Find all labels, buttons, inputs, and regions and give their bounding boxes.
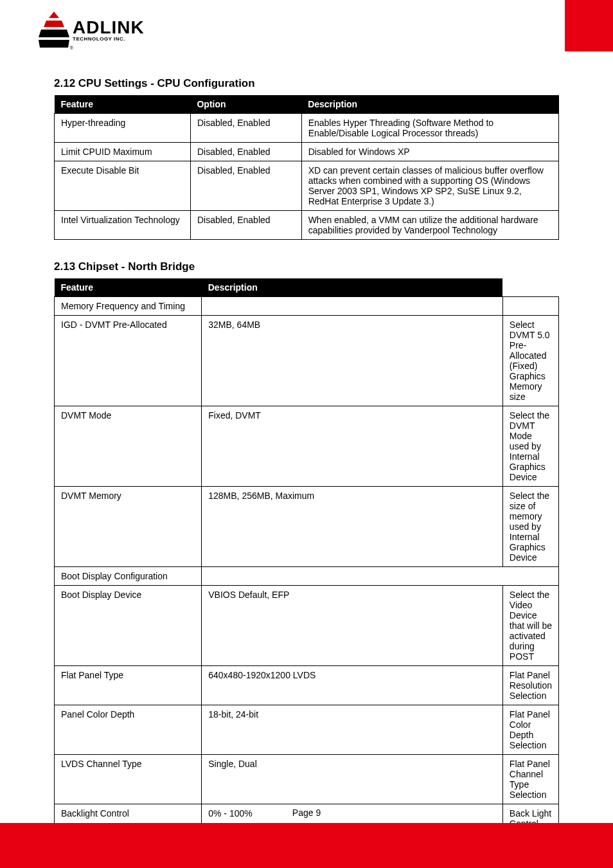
table-cell: DVMT Memory [55,487,202,567]
table-cell: Enables Hyper Threading (Software Method… [301,114,558,143]
table-cell: Flat Panel Resolution Selection [502,666,558,705]
table-cell: Boot Display Device [55,586,202,666]
svg-marker-0 [49,12,59,18]
registered-mark: ® [70,46,73,50]
table-cell: VBIOS Default, EFP [202,586,503,666]
table-header: Description [202,278,503,297]
svg-marker-1 [44,21,64,27]
table-cell: LVDS Channel Type [55,755,202,804]
table-cell: Disabled, Enabled [190,143,301,161]
table-cell: Panel Color Depth [55,705,202,755]
table-header: Option [190,95,301,114]
svg-marker-3 [39,40,69,48]
table-cell: Execute Disable Bit [55,161,191,211]
table-header: Feature [55,278,202,297]
table-header: Feature [55,95,191,114]
table-cell: Disabled for Windows XP [301,143,558,161]
page-number: Page 9 [0,808,613,818]
table-cell: 18-bit, 24-bit [202,705,503,755]
logo: ® ADLINK TECHNOLOGY INC. [39,12,145,49]
section-title-chipset: 2.13 Chipset - North Bridge [54,260,559,273]
svg-marker-2 [39,30,69,37]
table-cell: IGD - DVMT Pre-Allocated [55,316,202,406]
table-cell: 32MB, 64MB [202,316,503,406]
northbridge-table: Feature Description Memory Frequency and… [54,278,559,844]
table-cell: Memory Frequency and Timing [55,297,202,316]
table-cell: Intel Virtualization Technology [55,211,191,240]
table-cell: Select the DVMT Mode used by Internal Gr… [502,406,558,487]
table-cell: XD can prevent certain classes of malici… [301,161,558,211]
table-cell: Disabled, Enabled [190,161,301,211]
logo-brand: ADLINK [73,19,145,37]
table-header: Description [301,95,558,114]
table-cell [202,567,559,586]
table-cell: 640x480-1920x1200 LVDS [202,666,503,705]
table-cell: Disabled, Enabled [190,211,301,240]
logo-icon: ® [39,12,69,49]
footer-bar [0,823,613,868]
table-cell: When enabled, a VMM can utilize the addi… [301,211,558,240]
table-cell: 128MB, 256MB, Maximum [202,487,503,567]
table-cell: DVMT Mode [55,406,202,487]
table-cell: Boot Display Configuration [55,567,202,586]
table-cell [202,297,503,316]
section-title-cpu: 2.12 CPU Settings - CPU Configuration [54,77,559,90]
table-cell: Flat Panel Color Depth Selection [502,705,558,755]
table-cell: Select DVMT 5.0 Pre-Allocated (Fixed) Gr… [502,316,558,406]
logo-tagline: TECHNOLOGY INC. [73,37,145,42]
table-cell: Limit CPUID Maximum [55,143,191,161]
table-cell: Flat Panel Channel Type Selection [502,755,558,804]
table-cell: Disabled, Enabled [190,114,301,143]
table-cell: Single, Dual [202,755,503,804]
corner-accent [565,0,613,51]
table-cell: Hyper-threading [55,114,191,143]
cpu-config-table: Feature Option Description Hyper-threadi… [54,95,559,240]
table-cell: Fixed, DVMT [202,406,503,487]
table-cell: Flat Panel Type [55,666,202,705]
table-cell: Select the size of memory used by Intern… [502,487,558,567]
table-cell [502,297,558,316]
table-cell: Select the Video Device that will be act… [502,586,558,666]
